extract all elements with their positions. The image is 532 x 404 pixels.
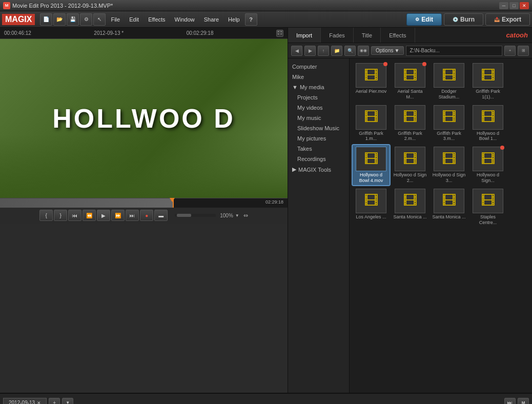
file-item[interactable]: 🎞 Santa Monica ... [392, 187, 428, 227]
burn-mode-btn[interactable]: 💿 Burn [444, 13, 483, 26]
toolbar-settings[interactable]: ⚙ [80, 13, 92, 26]
toolbar-open[interactable]: 📂 [53, 13, 66, 26]
tab-fades[interactable]: Fades [321, 28, 354, 43]
film-icon: 🎞 [403, 151, 417, 168]
skip-fwd-btn[interactable]: ⏭ [126, 210, 139, 221]
file-item[interactable]: 🎞 Hollywoo d Bowl 1... [469, 104, 506, 144]
menu-edit[interactable]: Edit [125, 14, 143, 25]
nav-search-btn[interactable]: 🔍 [344, 46, 356, 56]
progress-bar[interactable]: 02:29:18 [0, 198, 288, 208]
tree-computer[interactable]: Computer [288, 62, 349, 72]
file-item[interactable]: 🎞 Griffith Park 1(1)... [469, 62, 506, 102]
file-item[interactable]: 🎞 Aerial Santa M... [392, 62, 428, 102]
edit-mode-btn[interactable]: ⚙ Edit [406, 13, 442, 26]
tab-title[interactable]: Title [354, 28, 381, 43]
preview-area: HOLLWOO D [0, 39, 288, 198]
snapshot-btn[interactable]: ▬ [154, 210, 168, 221]
menu-window[interactable]: Window [171, 14, 199, 25]
timeline-skip-end[interactable]: ⏭ [504, 398, 516, 405]
close-button[interactable]: ✕ [520, 2, 529, 9]
tab-import[interactable]: Import [288, 28, 321, 43]
menu-share[interactable]: Share [200, 14, 223, 25]
file-item[interactable]: 🎞 Griffith Park 3.m... [431, 104, 467, 144]
tree-mymusic[interactable]: My music [288, 113, 349, 123]
tree-takes[interactable]: Takes [288, 144, 349, 154]
options-dropdown-btn[interactable]: Options ▼ [371, 46, 404, 55]
tree-mypictures[interactable]: My pictures [288, 133, 349, 144]
menu-help[interactable]: Help [224, 14, 244, 25]
file-name: Hollywoo d Sign 2... [393, 172, 427, 184]
file-item-selected[interactable]: 🎞 Hollywoo d Bowl 4.mov [353, 145, 390, 185]
nav-up-btn[interactable]: ↑ [318, 46, 329, 56]
tree-mike[interactable]: Mike [288, 72, 349, 82]
timeline-add-btn[interactable]: + [49, 398, 60, 405]
file-name: Griffith Park 3.m... [432, 131, 466, 142]
tab-effects[interactable]: Effects [381, 28, 415, 43]
file-item[interactable]: 🎞 Hollywoo d Sign... [469, 145, 506, 185]
file-thumb: 🎞 [434, 147, 464, 171]
progress-fill [0, 198, 173, 208]
timeline-tab[interactable]: 2012-09-13 ✕ [3, 398, 47, 404]
file-item[interactable]: 🎞 Los Angeles ... [353, 187, 390, 227]
maximize-button[interactable]: □ [509, 2, 519, 9]
grid-toggle-btn[interactable]: + [504, 46, 516, 56]
step-fwd-btn[interactable]: ⏩ [111, 210, 125, 221]
file-item[interactable]: 🎞 Hollywoo d Sign 2... [392, 145, 428, 185]
minimize-button[interactable]: ─ [499, 2, 508, 9]
timeline-mode-btn[interactable]: M [518, 398, 529, 405]
file-item[interactable]: 🎞 Griffith Park 2.m... [392, 104, 428, 144]
toolbar-new[interactable]: 📄 [40, 13, 52, 26]
toolbar-save[interactable]: 💾 [67, 13, 79, 26]
step-back-btn[interactable]: ⏪ [83, 210, 96, 221]
window-controls: ─ □ ✕ [499, 2, 529, 9]
file-name-selected: Hollywoo d Bowl 4.mov [354, 172, 388, 184]
tree-mymedia[interactable]: ▼ My media [288, 82, 349, 92]
menu-file[interactable]: File [107, 14, 124, 25]
timeline-tab-close-icon[interactable]: ✕ [37, 400, 41, 405]
zoom-expand-icon[interactable]: ⇔ [243, 212, 248, 219]
file-item[interactable]: 🎞 Santa Monica ... [431, 187, 467, 227]
tree-slideshowmusic[interactable]: Slideshow Music [288, 123, 349, 133]
file-item[interactable]: 🎞 Hollywoo d Sign 3... [431, 145, 467, 185]
zoom-scrollbar[interactable] [175, 214, 216, 217]
nav-folder-btn[interactable]: 📁 [331, 46, 342, 56]
zoom-control: 100% ▼ ⇔ [173, 212, 248, 219]
record-btn[interactable]: ● [140, 210, 153, 221]
file-item[interactable]: 🎞 Aerial Pier.mov [353, 62, 390, 102]
toolbar-cursor[interactable]: ↖ [93, 13, 106, 26]
zoom-dropdown[interactable]: ▼ [235, 213, 239, 218]
file-item[interactable]: 🎞 Staples Centre... [469, 187, 506, 227]
main-area: 00:00:46:12 2012-09-13 * 00:02:29:18 ⛶ H… [0, 28, 532, 393]
nav-fwd-btn[interactable]: ▶ [304, 46, 316, 56]
file-thumb: 🎞 [395, 147, 425, 171]
tree-recordings[interactable]: Recordings [288, 154, 349, 164]
tree-magixtools[interactable]: ▶ MAGIX Tools [288, 164, 349, 175]
tree-myvideos-label: My videos [297, 105, 323, 111]
film-icon: 🎞 [364, 192, 378, 209]
film-icon: 🎞 [481, 109, 495, 126]
view-mode-btn[interactable]: ⊞ [518, 46, 529, 56]
file-thumb-selected: 🎞 [356, 147, 386, 171]
file-item[interactable]: 🎞 Griffith Park 1.m... [353, 104, 390, 144]
title-bar: M Movie Edit Pro 2013 - 2012-09-13.MVP* … [0, 0, 532, 11]
export-mode-btn[interactable]: 📤 Export [485, 13, 530, 26]
file-thumb: 🎞 [356, 105, 386, 130]
tree-projects[interactable]: Projects [288, 92, 349, 103]
file-thumb: 🎞 [473, 189, 503, 213]
tree-myvideos[interactable]: My videos [288, 103, 349, 113]
file-tree: Computer Mike ▼ My media Projects My vid… [288, 58, 350, 393]
help-icon-btn[interactable]: ? [245, 13, 257, 26]
skip-back-btn[interactable]: ⏮ [68, 210, 81, 221]
timeline-dropdown-btn[interactable]: ▼ [62, 398, 73, 405]
zoom-scrollbar-thumb[interactable] [177, 214, 191, 217]
file-name: Santa Monica ... [432, 214, 465, 220]
preview-expand[interactable]: ⛶ [276, 30, 283, 37]
nav-back-btn[interactable]: ◀ [291, 46, 302, 56]
menu-effects[interactable]: Effects [144, 14, 169, 25]
hillside-bg [0, 134, 288, 198]
play-btn[interactable]: ▶ [97, 210, 110, 221]
mark-in-btn[interactable]: { [39, 210, 53, 221]
file-item[interactable]: 🎞 Dodger Stadium... [431, 62, 467, 102]
nav-preview-btn[interactable]: ◉◉ [358, 46, 369, 56]
mark-out-btn[interactable]: } [54, 210, 67, 221]
